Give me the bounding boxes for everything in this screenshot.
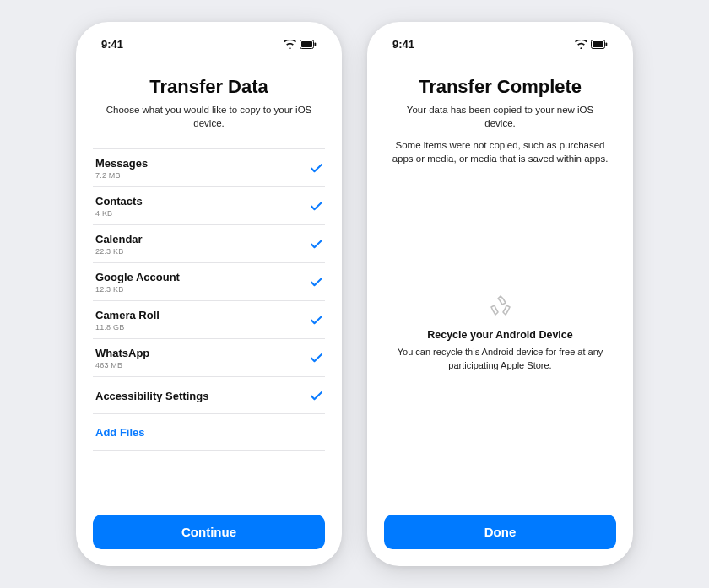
status-bar: 9:41 — [384, 35, 616, 52]
check-icon — [311, 353, 322, 363]
check-icon — [311, 316, 322, 325]
page-subtitle: Your data has been copied to your new iO… — [384, 103, 616, 130]
page-title: Transfer Data — [93, 76, 325, 98]
phone-transfer-complete: 9:41 Transfer Complete Your data has bee… — [367, 22, 633, 566]
wifi-icon — [284, 40, 296, 49]
status-bar: 9:41 — [93, 35, 325, 52]
item-label: Calendar — [95, 233, 143, 245]
item-size: 11.8 GB — [95, 323, 160, 332]
item-size: 463 MB — [95, 361, 149, 370]
recycle-description: You can recycle this Android device for … — [384, 346, 616, 373]
svg-rect-5 — [606, 42, 608, 46]
list-item[interactable]: Messages 7.2 MB — [93, 149, 325, 187]
list-item[interactable]: Google Account 12.3 KB — [93, 263, 325, 301]
list-item[interactable]: Contacts 4 KB — [93, 187, 325, 225]
done-button[interactable]: Done — [384, 515, 616, 549]
item-label: Camera Roll — [95, 309, 160, 321]
recycle-title: Recycle your Android Device — [384, 329, 616, 341]
check-icon — [311, 164, 322, 173]
list-item[interactable]: Camera Roll 11.8 GB — [93, 301, 325, 339]
wifi-icon — [575, 40, 587, 49]
page-extra: Some items were not copied, such as purc… — [384, 138, 616, 165]
phone-transfer-data: 9:41 Transfer Data Choose what you would… — [76, 22, 342, 566]
item-label: Accessibility Settings — [95, 390, 208, 402]
add-files-button[interactable]: Add Files — [93, 414, 325, 451]
item-label: Messages — [95, 157, 148, 170]
check-icon — [311, 202, 322, 211]
list-item[interactable]: Accessibility Settings — [93, 377, 325, 414]
continue-button[interactable]: Continue — [93, 515, 325, 549]
check-icon — [311, 240, 322, 249]
transfer-list: Messages 7.2 MB Contacts 4 KB Calendar 2… — [93, 148, 325, 451]
item-label: Contacts — [95, 195, 143, 208]
status-icons — [575, 40, 608, 49]
item-size: 22.3 KB — [95, 247, 143, 256]
battery-icon — [591, 40, 608, 49]
svg-rect-2 — [315, 42, 317, 46]
item-size: 7.2 MB — [95, 171, 148, 180]
page-title: Transfer Complete — [384, 76, 616, 98]
item-label: Google Account — [95, 271, 180, 283]
item-size: 12.3 KB — [95, 285, 180, 294]
svg-rect-4 — [593, 41, 603, 47]
status-icons — [284, 40, 317, 49]
status-time: 9:41 — [392, 38, 414, 51]
item-label: WhatsApp — [95, 347, 149, 359]
recycle-block: Recycle your Android Device You can recy… — [384, 295, 616, 385]
list-item[interactable]: Calendar 22.3 KB — [93, 225, 325, 263]
recycle-icon — [488, 295, 513, 322]
page-subtitle: Choose what you would like to copy to yo… — [93, 103, 325, 130]
svg-rect-1 — [301, 41, 312, 47]
item-size: 4 KB — [95, 209, 143, 218]
list-item[interactable]: WhatsApp 463 MB — [93, 339, 325, 377]
check-icon — [311, 391, 322, 401]
check-icon — [311, 278, 322, 287]
status-time: 9:41 — [101, 38, 123, 51]
battery-icon — [300, 40, 317, 49]
